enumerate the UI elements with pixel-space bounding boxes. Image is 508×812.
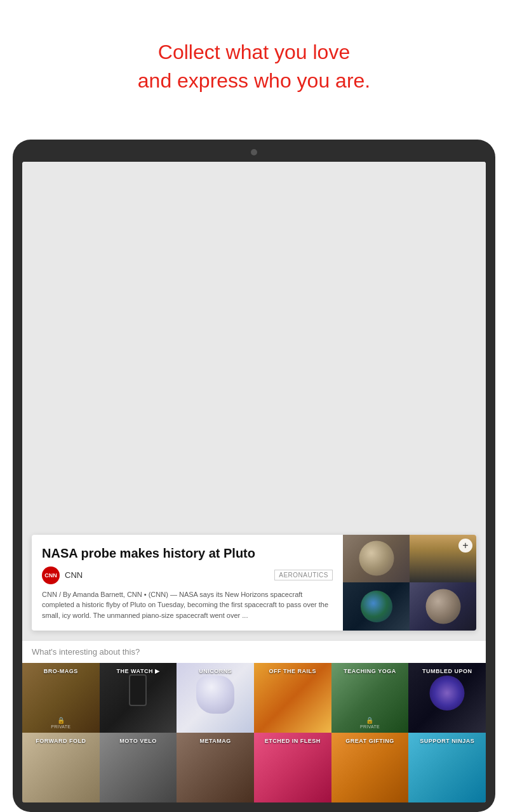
header-line2: and express who you are. [138,69,370,92]
article-source-row: CNN CNN AERONAUTICS [42,566,333,584]
article-image-1 [343,535,410,583]
collection-item-support-ninjas[interactable]: SUPPORT NINJAS [408,733,486,802]
collections-grid-row1: BRO-MAGS 🔒 PRIVATE THE WATCH ▶ UNICORNS … [22,663,486,733]
collection-item-metamag[interactable]: METAMAG [177,733,254,802]
collection-item-moto-velo[interactable]: MOTO VELO [100,733,177,802]
article-image-4 [410,582,476,631]
app-content: NASA probe makes history at Pluto CNN CN… [22,162,486,802]
collection-label-teaching-yoga: TEACHING YOGA [331,668,409,674]
collection-label-support-ninjas: SUPPORT NINJAS [408,738,486,744]
watch-decoration [129,674,147,706]
article-body: CNN / By Amanda Barnett, CNN • (CNN) — N… [42,589,333,621]
source-name: CNN [65,570,83,580]
lock-icon-teaching-yoga: 🔒 [366,717,373,724]
collection-label-forward-fold: FORWARD FOLD [22,738,100,744]
galaxy-decoration [430,676,465,710]
tablet-device: NASA probe makes history at Pluto CNN CN… [13,140,495,812]
article-left: NASA probe makes history at Pluto CNN CN… [32,535,343,631]
collection-item-forward-fold[interactable]: FORWARD FOLD [22,733,100,802]
collection-label-moto-velo: MOTO VELO [100,738,177,744]
article-card[interactable]: NASA probe makes history at Pluto CNN CN… [32,535,476,631]
article-images: + [343,535,476,631]
article-image-3 [343,582,410,631]
whats-interesting-label: What's interesting about this? [32,647,140,657]
collection-label-unicorns: UNICORNS [177,668,254,674]
collection-item-teaching-yoga[interactable]: TEACHING YOGA 🔒 PRIVATE [331,663,409,733]
header-title: Collect what you love and express who yo… [13,38,495,95]
collections-grid-row2: FORWARD FOLD MOTO VELO METAMAG ETCHED IN… [22,733,486,802]
collection-label-tumbled-upon: TUMBLED UPON [408,668,486,674]
collection-item-great-gifting[interactable]: GREAT GIFTING [331,733,409,802]
collection-label-metamag: METAMAG [177,738,254,744]
private-text-bro-mags: PRIVATE [51,724,70,729]
collection-label-off-the-rails: OFF THE RAILS [254,668,331,674]
article-area: NASA probe makes history at Pluto CNN CN… [22,162,486,640]
tag-badge: AERONAUTICS [274,570,333,580]
teaching-yoga-private: 🔒 PRIVATE [360,717,380,729]
collection-label-great-gifting: GREAT GIFTING [331,738,409,744]
unicorn-decoration [196,676,234,714]
private-text-teaching-yoga: PRIVATE [360,724,380,729]
collection-item-off-the-rails[interactable]: OFF THE RAILS [254,663,331,733]
whats-interesting-bar: What's interesting about this? [22,640,486,663]
tablet-screen: NASA probe makes history at Pluto CNN CN… [22,162,486,802]
lock-icon-bro-mags: 🔒 [57,717,65,724]
collection-label-bro-mags: BRO-MAGS [22,668,100,674]
collection-item-bro-mags[interactable]: BRO-MAGS 🔒 PRIVATE [22,663,100,733]
cnn-logo: CNN [42,566,60,584]
plus-button[interactable]: + [458,539,472,553]
collection-item-etched-in-flesh[interactable]: ETCHED IN FLESH [254,733,331,802]
collection-item-the-watch[interactable]: THE WATCH ▶ [100,663,177,733]
header-section: Collect what you love and express who yo… [0,0,508,114]
tablet-camera [251,149,257,155]
header-line1: Collect what you love [158,41,350,63]
article-title: NASA probe makes history at Pluto [42,545,333,561]
collection-label-etched-in-flesh: ETCHED IN FLESH [254,738,331,744]
collection-item-unicorns[interactable]: UNICORNS [177,663,254,733]
collection-item-tumbled-upon[interactable]: TUMBLED UPON [408,663,486,733]
bro-mags-private: 🔒 PRIVATE [51,717,70,729]
collection-label-the-watch: THE WATCH ▶ [100,668,177,674]
